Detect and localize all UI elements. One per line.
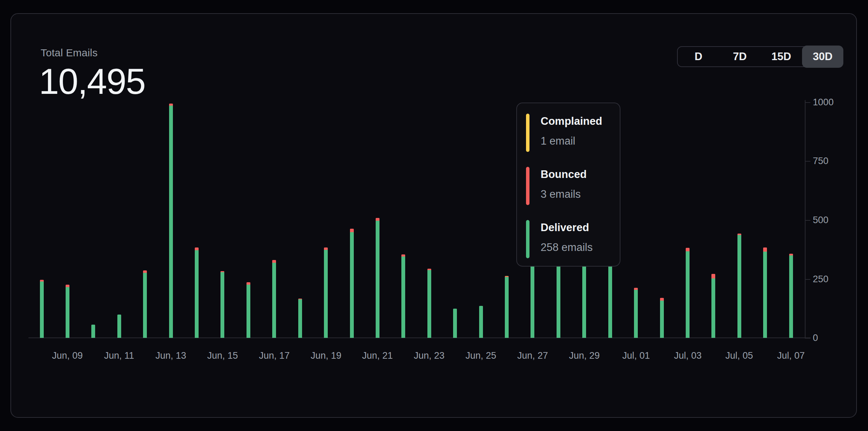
bounced-swatch [526, 167, 529, 205]
delivered-segment [479, 306, 483, 338]
tooltip-label: Complained [541, 115, 602, 128]
bounced-segment [66, 285, 69, 287]
bounced-segment [711, 274, 715, 278]
bounced-segment [247, 282, 250, 285]
bounced-segment [763, 247, 767, 252]
delivered-segment [789, 255, 793, 338]
y-tick-mark [805, 102, 810, 103]
tooltip-label: Bounced [541, 168, 587, 181]
x-tick-label: Jun, 23 [405, 350, 453, 361]
x-tick-label: Jul, 07 [767, 350, 815, 361]
delivered-segment [272, 263, 276, 338]
delivered-segment [737, 235, 741, 338]
delivered-segment [401, 257, 405, 338]
delivered-segment [686, 251, 690, 338]
chart-tooltip: Complained 1 email Bounced 3 emails Deli… [516, 103, 620, 267]
bar-jun-10[interactable] [91, 325, 95, 338]
bar-jun-14[interactable] [195, 247, 199, 338]
bar-jun-13[interactable] [169, 104, 173, 338]
bar-jun-17[interactable] [272, 260, 276, 338]
y-tick-label: 500 [813, 216, 844, 225]
delivered-segment [427, 270, 431, 338]
delivered-segment [195, 250, 199, 338]
delivered-segment [660, 301, 664, 338]
delivered-segment [143, 273, 147, 338]
bar-jun-19[interactable] [324, 247, 328, 338]
bar-jun-25[interactable] [479, 306, 483, 338]
bar-jun-21[interactable] [376, 218, 379, 338]
delivered-segment [298, 299, 302, 338]
x-tick-label: Jul, 05 [715, 350, 763, 361]
delivered-segment [117, 315, 121, 338]
bar-jul-04[interactable] [711, 274, 715, 338]
delivered-segment [505, 277, 509, 338]
bar-jul-01[interactable] [634, 288, 638, 338]
bar-jul-06[interactable] [763, 247, 767, 338]
delivered-swatch [526, 220, 529, 258]
y-tick-label: 1000 [813, 98, 844, 107]
delivered-segment [169, 106, 173, 338]
delivered-segment [453, 309, 457, 338]
tooltip-value: 3 emails [541, 188, 587, 201]
y-tick-label: 750 [813, 156, 844, 166]
bounced-segment [143, 270, 147, 273]
x-tick-label: Jun, 17 [250, 350, 299, 361]
bounced-segment [195, 247, 199, 250]
delivered-segment [711, 278, 715, 338]
bar-jul-05[interactable] [737, 234, 741, 338]
delivered-segment [634, 290, 638, 338]
bar-jun-22[interactable] [401, 254, 405, 338]
x-tick-label: Jun, 25 [457, 350, 505, 361]
bar-jun-12[interactable] [143, 270, 147, 338]
bar-jul-03[interactable] [686, 248, 690, 338]
bounced-segment [272, 260, 276, 263]
delivered-segment [66, 287, 69, 338]
bounced-segment [324, 247, 328, 250]
y-tick-label: 0 [813, 333, 844, 343]
y-axis-line [805, 100, 806, 338]
x-tick-label: Jul, 03 [663, 350, 712, 361]
delivered-segment [220, 272, 224, 338]
bar-jun-24[interactable] [453, 309, 457, 338]
y-tick-mark [805, 161, 810, 162]
bar-jun-15[interactable] [220, 271, 224, 338]
bar-jul-02[interactable] [660, 298, 664, 338]
delivered-segment [350, 232, 354, 338]
delivered-segment [91, 325, 95, 338]
x-tick-label: Jun, 29 [560, 350, 609, 361]
tooltip-entry-bounced: Bounced 3 emails [526, 167, 620, 205]
bar-jul-07[interactable] [789, 254, 793, 338]
delivered-segment [763, 252, 767, 338]
bar-jun-18[interactable] [298, 299, 302, 338]
bounced-segment [350, 229, 354, 232]
x-tick-label: Jun, 21 [353, 350, 402, 361]
x-tick-label: Jun, 11 [95, 350, 143, 361]
x-tick-label: Jul, 01 [612, 350, 660, 361]
tooltip-entry-delivered: Delivered 258 emails [526, 220, 620, 258]
emails-bar-chart: Jun, 09Jun, 11Jun, 13Jun, 15Jun, 17Jun, … [0, 0, 868, 431]
bar-jun-20[interactable] [350, 229, 354, 338]
y-tick-mark [805, 338, 810, 339]
bar-jun-08[interactable] [40, 280, 44, 338]
bar-jun-26[interactable] [505, 276, 509, 338]
y-tick-mark [805, 279, 810, 280]
bar-jun-11[interactable] [117, 315, 121, 338]
x-tick-label: Jun, 09 [43, 350, 92, 361]
x-tick-label: Jun, 15 [198, 350, 247, 361]
tooltip-value: 258 emails [541, 241, 593, 254]
tooltip-value: 1 email [541, 135, 602, 147]
complained-swatch [526, 114, 529, 152]
delivered-segment [247, 285, 250, 338]
delivered-segment [40, 282, 44, 338]
bar-jun-09[interactable] [66, 285, 69, 338]
x-tick-label: Jun, 27 [508, 350, 557, 361]
bounced-segment [660, 298, 664, 301]
delivered-segment [376, 221, 379, 338]
y-tick-mark [805, 220, 810, 221]
y-tick-label: 250 [813, 275, 844, 284]
bar-jun-23[interactable] [427, 269, 431, 338]
bar-jun-16[interactable] [247, 282, 250, 338]
x-tick-label: Jun, 19 [302, 350, 350, 361]
delivered-segment [324, 250, 328, 338]
x-tick-label: Jun, 13 [147, 350, 195, 361]
